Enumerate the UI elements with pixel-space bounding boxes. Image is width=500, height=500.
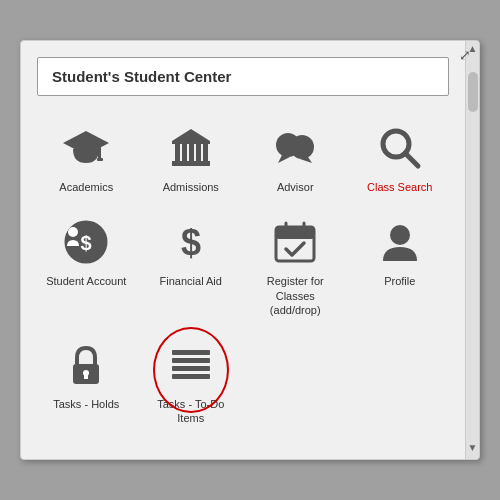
financial-aid-label: Financial Aid [160, 274, 222, 288]
grid-item-financial-aid[interactable]: $ Financial Aid [142, 210, 241, 323]
tasks-holds-icon [60, 339, 112, 391]
profile-icon [374, 216, 426, 268]
grid-item-profile[interactable]: Profile [351, 210, 450, 323]
svg-text:$: $ [181, 222, 201, 263]
advisor-label: Advisor [277, 180, 314, 194]
grid-item-tasks-todo[interactable]: Tasks - To-Do Items [142, 333, 241, 432]
svg-rect-30 [84, 373, 88, 379]
svg-rect-2 [97, 158, 103, 161]
svg-rect-33 [172, 366, 210, 371]
grid-item-admissions[interactable]: Admissions [142, 116, 241, 200]
window-title: Student's Student Center [37, 57, 449, 96]
svg-rect-24 [276, 227, 314, 239]
svg-rect-4 [172, 141, 210, 144]
svg-rect-9 [196, 144, 201, 161]
grid-item-academics[interactable]: Academics [37, 116, 136, 200]
svg-point-21 [68, 227, 78, 237]
grid-item-register[interactable]: Register for Classes (add/drop) [246, 210, 345, 323]
register-label: Register for Classes (add/drop) [250, 274, 341, 317]
svg-rect-7 [182, 144, 187, 161]
svg-rect-32 [172, 358, 210, 363]
svg-marker-5 [172, 129, 210, 141]
student-center-window: ▲ ▼ ⤢ Student's Student Center Academics [20, 40, 480, 460]
svg-line-16 [405, 153, 418, 166]
icon-grid: Academics Adm [37, 116, 449, 432]
grid-item-student-account[interactable]: $ Student Account [37, 210, 136, 323]
main-content: Student's Student Center Academics [21, 41, 465, 448]
advisor-icon [269, 122, 321, 174]
grid-item-class-search[interactable]: Class Search [351, 116, 450, 200]
svg-rect-6 [175, 144, 180, 161]
class-search-icon [374, 122, 426, 174]
student-account-label: Student Account [46, 274, 126, 288]
svg-point-13 [290, 135, 314, 159]
admissions-label: Admissions [163, 180, 219, 194]
class-search-label: Class Search [367, 180, 432, 194]
svg-rect-31 [172, 350, 210, 355]
resize-handle[interactable]: ⤢ [459, 47, 471, 63]
svg-rect-34 [172, 374, 210, 379]
scrollbar-thumb[interactable] [468, 72, 478, 112]
svg-text:$: $ [81, 232, 92, 254]
profile-label: Profile [384, 274, 415, 288]
tasks-todo-label: Tasks - To-Do Items [146, 397, 237, 426]
student-account-icon: $ [60, 216, 112, 268]
tasks-holds-label: Tasks - Holds [53, 397, 119, 411]
svg-rect-3 [172, 161, 210, 166]
tasks-todo-icon [165, 339, 217, 391]
register-icon [269, 216, 321, 268]
svg-point-27 [390, 225, 410, 245]
grid-item-advisor[interactable]: Advisor [246, 116, 345, 200]
scrollbar[interactable]: ▲ ▼ [465, 41, 479, 459]
financial-aid-icon: $ [165, 216, 217, 268]
svg-rect-10 [203, 144, 208, 161]
svg-rect-8 [189, 144, 194, 161]
academics-icon [60, 122, 112, 174]
grid-item-tasks-holds[interactable]: Tasks - Holds [37, 333, 136, 432]
scroll-down-arrow[interactable]: ▼ [466, 440, 480, 455]
admissions-icon [165, 122, 217, 174]
academics-label: Academics [59, 180, 113, 194]
